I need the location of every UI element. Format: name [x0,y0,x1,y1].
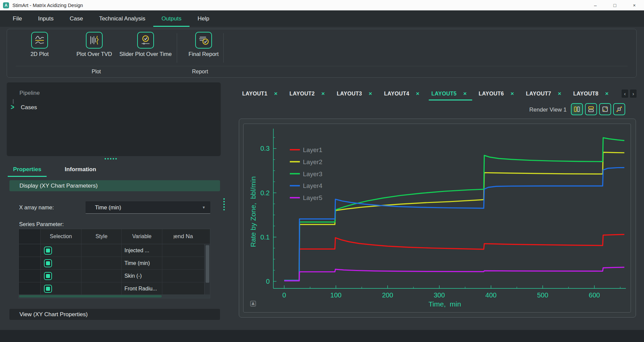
horizontal-splitter-handle[interactable] [105,158,117,159]
tab-layout7[interactable]: LAYOUT7× [522,88,569,100]
maximize-button[interactable]: □ [605,0,625,10]
annotation-badge[interactable]: A [250,301,256,306]
svg-text:100: 100 [330,291,341,299]
close-icon[interactable]: × [605,90,608,97]
series-parameter-label: Series Parameter: [19,221,64,227]
table-header-variable: Variable [122,229,162,244]
variable-cell: Injected ... [122,244,162,257]
variable-cell: Front Radiu... [122,282,162,295]
2d-plot-button[interactable]: 2D Plot [14,32,65,57]
tab-layout2[interactable]: LAYOUT2× [285,88,333,100]
selection-checkbox[interactable] [44,259,52,267]
split-horizontal-icon [588,106,594,113]
tab-layout6[interactable]: LAYOUT6× [475,88,522,100]
svg-text:Time, min: Time, min [428,300,461,308]
application-window: A StimArt - Matrix Acidizing Design – □ … [0,0,644,342]
slider-plot-over-time-button[interactable]: Slider Plot Over Time [117,32,174,57]
tab-scroll-buttons: ‹ › [621,89,637,98]
2d-plot-label: 2D Plot [31,51,49,57]
expand-frame-button[interactable] [613,103,625,115]
view-section-header[interactable]: View (XY Chart Properties) [9,309,220,320]
split-vertical-button[interactable] [571,103,583,115]
close-icon[interactable]: × [321,90,325,97]
fit-frame-icon [602,106,608,113]
table-header-legend-name: Legend Name [162,229,210,244]
toolbar-divider [177,33,177,63]
2d-plot-icon [31,32,48,49]
tab-information[interactable]: Information [59,164,102,177]
left-panel-tabs: Properties Information [8,164,102,177]
menu-help[interactable]: Help [190,10,217,27]
plot-over-tvd-button[interactable]: Plot Over TVD [69,32,119,57]
close-icon[interactable]: × [369,90,372,97]
close-button[interactable]: × [625,0,644,10]
chevron-right-icon[interactable]: > [11,103,14,112]
close-icon[interactable]: × [463,90,467,97]
tree-item-cases[interactable]: Cases [21,104,37,111]
render-view-label: Render View 1 [529,107,567,113]
svg-text:Layer1: Layer1 [303,146,322,153]
toolbar-separator [16,66,628,66]
display-section-header[interactable]: Display (XY Chart Parameters) [9,180,220,191]
svg-text:300: 300 [434,291,445,299]
tab-layout8[interactable]: LAYOUT8× [569,88,616,100]
table-row[interactable]: Injected ... [19,244,210,257]
x-array-name-value: Time (min) [95,201,121,213]
window-title: StimArt - Matrix Acidizing Design [12,3,83,8]
close-icon[interactable]: × [558,90,561,97]
minimize-button[interactable]: – [586,0,605,10]
variable-cell: Skin (-) [122,270,162,282]
table-header-rowhandle [19,229,41,244]
menu-inputs[interactable]: Inputs [30,10,61,27]
svg-text:Layer2: Layer2 [303,158,322,165]
pipeline-panel: Pipeline > Cases [7,82,221,156]
toolbar-group-report-label: Report [177,69,223,75]
close-icon[interactable]: × [274,90,277,97]
style-cell[interactable] [82,282,122,295]
svg-text:600: 600 [589,291,600,299]
menu-outputs[interactable]: Outputs [153,10,190,27]
svg-text:0.2: 0.2 [260,189,270,197]
svg-text:Layer3: Layer3 [303,170,322,178]
ribbon-toolbar: 2D Plot Plot Over TVD [7,29,637,78]
tab-layout4[interactable]: LAYOUT4× [380,88,427,100]
svg-text:Layer4: Layer4 [303,182,323,189]
scroll-tabs-right-button[interactable]: › [630,89,637,98]
final-report-button[interactable]: Final Report [178,32,229,57]
scroll-tabs-left-button[interactable]: ‹ [621,89,629,98]
series-parameter-table: Selection Style Variable Legend Name Inj… [18,229,210,298]
close-icon[interactable]: × [511,90,514,97]
tab-layout3[interactable]: LAYOUT3× [333,88,380,100]
menu-case[interactable]: Case [62,10,91,27]
title-bar: A StimArt - Matrix Acidizing Design – □ … [0,0,644,10]
menu-file[interactable]: File [5,10,30,27]
selection-checkbox[interactable] [44,285,52,293]
table-row[interactable]: Skin (-) [19,270,210,282]
style-cell[interactable] [82,270,122,282]
x-array-name-select[interactable]: Time (min) ▼ [86,201,210,214]
table-header-selection: Selection [41,229,82,244]
layout-tab-bar: LAYOUT1× LAYOUT2× LAYOUT3× LAYOUT4× LAYO… [238,88,616,100]
close-icon[interactable]: × [416,90,419,97]
svg-text:0: 0 [282,291,286,299]
table-horizontal-scrollbar[interactable] [19,294,210,298]
table-vertical-scrollbar[interactable] [204,244,210,295]
tab-layout1[interactable]: LAYOUT1× [238,88,285,100]
chart-canvas-frame: 010020030040050060000.10.20.3Time, minRa… [243,124,631,313]
style-cell[interactable] [82,244,122,257]
selection-checkbox[interactable] [44,247,52,255]
selection-checkbox[interactable] [44,272,52,280]
window-controls: – □ × [586,0,644,10]
table-row[interactable]: Front Radiu... [19,282,210,295]
tab-properties[interactable]: Properties [8,164,47,177]
menu-technical-analysis[interactable]: Technical Analysis [91,10,153,27]
split-horizontal-button[interactable] [585,103,597,115]
xy-chart[interactable]: 010020030040050060000.10.20.3Time, minRa… [244,124,631,312]
table-row[interactable]: Time (min) [19,257,210,270]
vertical-splitter-handle[interactable] [223,198,225,210]
fit-frame-button[interactable] [599,103,611,115]
tab-layout5[interactable]: LAYOUT5× [427,88,475,100]
variable-cell: Time (min) [122,257,162,269]
x-array-name-label: X array name: [19,204,54,211]
style-cell[interactable] [82,257,122,269]
